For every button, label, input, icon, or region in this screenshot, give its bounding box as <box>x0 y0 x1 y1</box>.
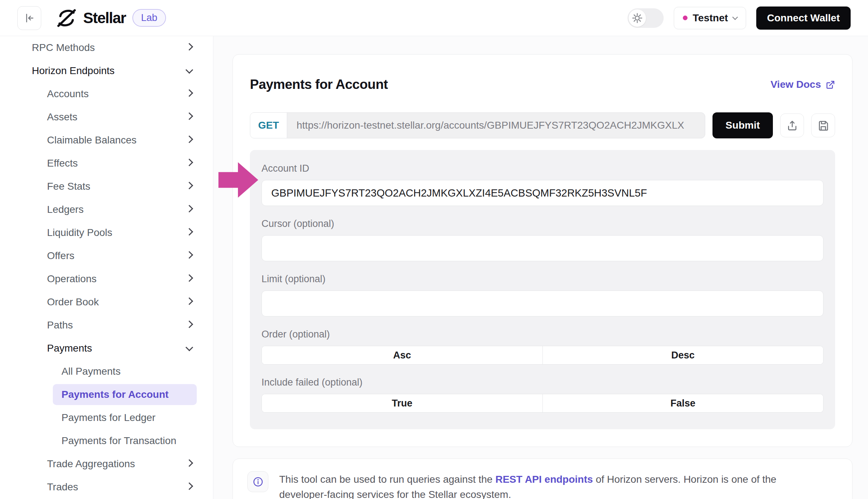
limit-input[interactable] <box>261 291 824 317</box>
submit-button[interactable]: Submit <box>712 112 773 138</box>
lab-badge: Lab <box>132 9 166 27</box>
include-failed-segmented: True False <box>261 394 824 413</box>
save-icon <box>817 120 829 132</box>
sidebar-nav: RPC Methods Horizon Endpoints Accounts A… <box>0 36 213 499</box>
order-group: Order (optional) Asc Desc <box>261 329 824 365</box>
sidebar-item-claimable-balances[interactable]: Claimable Balances <box>0 129 213 152</box>
stellar-logo-icon <box>56 8 77 28</box>
sidebar-item-fee-stats[interactable]: Fee Stats <box>0 175 213 198</box>
sidebar-item-label: Paths <box>47 319 73 331</box>
network-label: Testnet <box>693 12 728 24</box>
connect-wallet-button[interactable]: Connect Wallet <box>756 7 851 30</box>
sidebar-item-payments[interactable]: Payments <box>0 337 213 360</box>
main-content: Payments for Account View Docs GET https… <box>213 36 868 499</box>
save-button[interactable] <box>811 113 835 137</box>
order-label: Order (optional) <box>261 329 824 340</box>
account-id-label: Account ID <box>261 163 824 174</box>
chevron-right-icon <box>186 89 193 97</box>
chevron-right-icon <box>186 297 193 305</box>
info-icon-box <box>247 471 268 492</box>
sidebar-item-assets[interactable]: Assets <box>0 106 213 129</box>
endpoint-card: Payments for Account View Docs GET https… <box>233 54 852 447</box>
chevron-right-icon <box>186 205 193 212</box>
collapse-sidebar-icon <box>24 12 35 24</box>
sidebar-item-label: Effects <box>47 158 78 169</box>
sidebar-item-horizon-endpoints[interactable]: Horizon Endpoints <box>0 59 213 82</box>
sidebar-item-label: Order Book <box>47 296 99 308</box>
chevron-right-icon <box>186 228 193 236</box>
chevron-right-icon <box>186 459 193 467</box>
share-button[interactable] <box>780 113 804 137</box>
sidebar-item-trades[interactable]: Trades <box>0 476 213 499</box>
sidebar-item-label: Offers <box>47 250 75 262</box>
order-asc-button[interactable]: Asc <box>262 346 542 364</box>
rest-api-endpoints-link[interactable]: REST API endpoints <box>495 474 593 485</box>
network-selector[interactable]: Testnet <box>674 7 746 29</box>
request-url-bar: GET https://horizon-testnet.stellar.org/… <box>250 112 705 138</box>
card-header: Payments for Account View Docs <box>250 77 835 92</box>
chevron-down-icon <box>186 344 193 351</box>
sidebar-item-payments-for-ledger[interactable]: Payments for Ledger <box>0 406 213 429</box>
chevron-down-icon <box>186 66 193 74</box>
info-card: This tool can be used to run queries aga… <box>233 459 852 499</box>
view-docs-link[interactable]: View Docs <box>770 79 835 90</box>
sidebar-item-trade-aggregations[interactable]: Trade Aggregations <box>0 452 213 476</box>
sidebar-item-operations[interactable]: Operations <box>0 267 213 291</box>
request-form: Account ID Cursor (optional) Limit (opti… <box>250 150 835 429</box>
chevron-right-icon <box>186 43 193 51</box>
chevron-down-icon <box>732 14 738 20</box>
sidebar-item-label: Ledgers <box>47 204 84 215</box>
theme-toggle[interactable] <box>627 8 664 28</box>
chevron-right-icon <box>186 321 193 328</box>
sidebar-item-order-book[interactable]: Order Book <box>0 291 213 314</box>
chevron-right-icon <box>186 251 193 259</box>
sidebar-item-liquidity-pools[interactable]: Liquidity Pools <box>0 221 213 244</box>
info-text-before: This tool can be used to run queries aga… <box>279 474 495 485</box>
brand[interactable]: Stellar Lab <box>56 8 166 28</box>
external-link-icon <box>825 80 835 90</box>
sidebar-item-label: Payments <box>47 343 92 354</box>
share-icon <box>786 120 798 132</box>
collapse-sidebar-button[interactable] <box>17 6 41 30</box>
chevron-right-icon <box>186 274 193 282</box>
info-icon <box>252 476 264 487</box>
sidebar-item-offers[interactable]: Offers <box>0 244 213 267</box>
sun-icon <box>631 12 643 24</box>
sidebar-item-payments-for-transaction[interactable]: Payments for Transaction <box>0 429 213 452</box>
sidebar-item-label: Accounts <box>47 88 89 100</box>
include-failed-true-button[interactable]: True <box>262 394 542 412</box>
include-failed-false-button[interactable]: False <box>542 394 824 412</box>
request-url[interactable]: https://horizon-testnet.stellar.org/acco… <box>287 113 705 138</box>
chevron-right-icon <box>186 135 193 143</box>
sidebar-item-all-payments[interactable]: All Payments <box>0 360 213 383</box>
chevron-right-icon <box>186 482 193 490</box>
sidebar-item-label: Trade Aggregations <box>47 458 135 470</box>
page-title: Payments for Account <box>250 77 388 92</box>
sidebar-item-accounts[interactable]: Accounts <box>0 82 213 106</box>
sidebar-item-label: Payments for Ledger <box>61 412 156 423</box>
order-desc-button[interactable]: Desc <box>542 346 824 364</box>
sidebar-item-effects[interactable]: Effects <box>0 152 213 175</box>
sidebar-item-label: Fee Stats <box>47 181 90 192</box>
chevron-right-icon <box>186 159 193 166</box>
cursor-label: Cursor (optional) <box>261 218 824 229</box>
sidebar-item-label: Assets <box>47 111 77 123</box>
sidebar-item-label: All Payments <box>61 366 120 377</box>
sidebar-item-ledgers[interactable]: Ledgers <box>0 198 213 221</box>
sidebar-item-label: Claimable Balances <box>47 134 136 146</box>
header-actions: Testnet Connect Wallet <box>627 7 851 30</box>
cursor-input[interactable] <box>261 235 824 261</box>
request-row: GET https://horizon-testnet.stellar.org/… <box>250 112 835 138</box>
sidebar-item-payments-for-account[interactable]: Payments for Account <box>53 384 197 405</box>
sidebar-item-label: Liquidity Pools <box>47 227 112 238</box>
sidebar-item-paths[interactable]: Paths <box>0 314 213 337</box>
order-segmented: Asc Desc <box>261 346 824 365</box>
app-header: Stellar Lab Testnet Connect Wallet <box>0 0 868 36</box>
theme-toggle-knob <box>629 9 646 27</box>
app-body: RPC Methods Horizon Endpoints Accounts A… <box>0 36 868 499</box>
view-docs-label: View Docs <box>770 79 821 90</box>
request-method-badge: GET <box>250 113 287 138</box>
cursor-group: Cursor (optional) <box>261 218 824 261</box>
sidebar-item-rpc-methods[interactable]: RPC Methods <box>0 36 213 59</box>
account-id-input[interactable] <box>261 180 824 206</box>
